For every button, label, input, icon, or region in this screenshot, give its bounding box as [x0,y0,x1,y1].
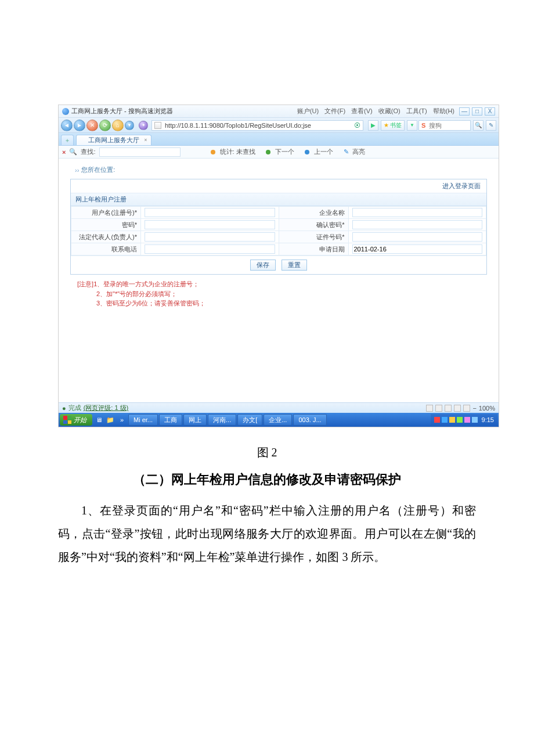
minimize-button[interactable]: — [459,107,470,116]
app-icon [62,108,69,115]
status-icon-2[interactable] [435,405,442,412]
new-tab-button[interactable]: ＋ [61,135,74,145]
tab-title: 工商网上服务大厅 [88,136,139,145]
task-item-e[interactable]: 办文[ [237,414,262,426]
find-next-button[interactable]: 下一个 [275,147,294,156]
stats-icon [211,150,215,154]
find-prev-button[interactable]: 上一个 [314,147,333,156]
forward-button[interactable]: ► [74,120,85,131]
maximize-button[interactable]: □ [472,107,482,116]
status-icon-1[interactable] [426,405,433,412]
home-button[interactable]: ⌂ [112,120,124,131]
bookmark-label: 书签 [390,121,402,129]
star-icon: ★ [384,122,389,128]
status-icon-3[interactable] [445,405,452,412]
input-legal-rep[interactable] [145,232,275,242]
save-button[interactable]: 保存 [250,260,276,271]
tray-icon-2[interactable] [442,417,448,423]
input-idno[interactable] [352,232,483,242]
task-item-b[interactable]: 工商 [159,414,182,426]
input-confirm-password[interactable] [352,220,483,229]
ssl-icon: ⦿ [354,122,360,129]
find-label: 查找: [81,147,95,156]
status-done-icon: ● [62,405,66,412]
find-search-icon: 🔍 [69,148,77,156]
find-input[interactable] [99,147,181,157]
extra-tool-button[interactable]: ✎ [486,120,496,131]
status-done: 完成 [68,404,81,412]
close-button[interactable]: X [485,107,495,116]
notes-block: [注意]1、登录的唯一方式为企业的注册号； 2、加"*"号的部分必须填写； 3、… [70,275,487,311]
task-item-a[interactable]: Mi er... [128,414,158,426]
status-icon-5[interactable] [463,405,470,412]
start-button[interactable]: 开始 [60,414,92,426]
zoom-out-button[interactable]: − [472,405,476,412]
settings-button[interactable]: ✦ [139,121,148,130]
quicklaunch-1[interactable]: 🖥 [93,414,104,426]
form-button-row: 保存 重置 [71,255,486,274]
tab-main[interactable]: 工商网上服务大厅 × [76,135,151,145]
task-item-g[interactable]: 003. J... [293,414,326,426]
find-highlight-button[interactable]: 高亮 [352,147,365,156]
menu-file[interactable]: 文件(F) [324,107,345,116]
label-legal-rep: 法定代表人(负责人)* [71,231,141,243]
find-close-button[interactable]: × [62,149,66,156]
address-bar[interactable]: ⦿ [151,120,363,131]
notes-line-1: 1、登录的唯一方式为企业的注册号； [93,280,199,287]
tray-icon-6[interactable] [472,417,478,423]
reset-button[interactable]: 重置 [282,260,307,271]
reload-button[interactable]: ⟳ [99,120,111,131]
tab-close-button[interactable]: × [143,137,149,143]
input-company[interactable] [352,208,483,217]
breadcrumb-icon: ›› [75,167,79,174]
browser-window: 工商网上服务大厅 - 搜狗高速浏览器 账户(U) 文件(F) 查看(V) 收藏(… [58,105,499,427]
task-item-f[interactable]: 企业... [264,414,292,426]
back-button[interactable]: ◄ [61,120,73,131]
status-icon-4[interactable] [454,405,461,412]
label-username: 用户名(注册号)* [71,207,141,219]
input-username[interactable] [145,208,275,217]
find-bar: × 🔍 查找: 统计: 未查找 下一个 上一个 ✎ 高亮 [59,146,499,159]
stop-button[interactable]: ✕ [86,120,98,131]
task-item-d[interactable]: 河南... [208,414,236,426]
task-item-c[interactable]: 网上 [183,414,207,426]
breadcrumb: ›› 您所在位置: [75,165,487,174]
menu-help[interactable]: 帮助(H) [433,107,454,116]
panel-header: 网上年检用户注册 [71,193,486,206]
bookmark-button[interactable]: ★ 书签 [381,120,405,131]
registration-form: 用户名(注册号)* 企业名称 密码* 确认密码* 法定代表人(负责人)* [71,206,486,255]
prev-icon [305,150,309,154]
input-password[interactable] [145,220,275,229]
label-phone: 联系电话 [71,243,141,255]
notes-prefix: [注意] [77,280,93,287]
next-icon [266,150,270,154]
search-button[interactable]: 🔍 [473,120,484,131]
status-rating: (网页评级: 1 级) [84,404,129,412]
menu-view[interactable]: 查看(V) [351,107,373,116]
tray-icon-1[interactable] [434,417,440,423]
quicklaunch-3[interactable]: » [117,414,127,426]
input-applydate[interactable] [352,244,483,254]
status-tray: − 100% [426,405,495,412]
tray-icon-3[interactable] [449,417,455,423]
tray-icon-4[interactable] [457,417,463,423]
login-link[interactable]: 进入登录页面 [442,182,481,190]
body-paragraph-1: 1、在登录页面的“用户名”和“密码”栏中输入注册的用户名（注册号）和密码，点击“… [58,499,476,568]
input-phone[interactable] [145,244,275,254]
go-button[interactable]: ▶ [368,120,378,131]
history-dropdown-button[interactable]: ▼ [125,121,134,130]
menu-account[interactable]: 账户(U) [297,107,319,116]
bookmark-dropdown[interactable]: ▼ [407,120,417,131]
tab-icon [80,138,86,143]
menu-tools[interactable]: 工具(T) [406,107,427,116]
highlight-icon: ✎ [344,148,349,156]
label-idno: 证件号码* [279,231,348,243]
menu-favorites[interactable]: 收藏(O) [378,107,400,116]
search-box[interactable]: S [418,120,471,131]
quicklaunch-2[interactable]: 📁 [105,414,116,426]
search-input[interactable] [428,121,457,129]
address-input[interactable] [164,121,354,129]
label-confirm: 确认密码* [279,219,348,231]
registration-panel: 进入登录页面 网上年检用户注册 用户名(注册号)* 企业名称 密码* 确认密码* [70,179,487,275]
tray-icon-5[interactable] [464,417,470,423]
